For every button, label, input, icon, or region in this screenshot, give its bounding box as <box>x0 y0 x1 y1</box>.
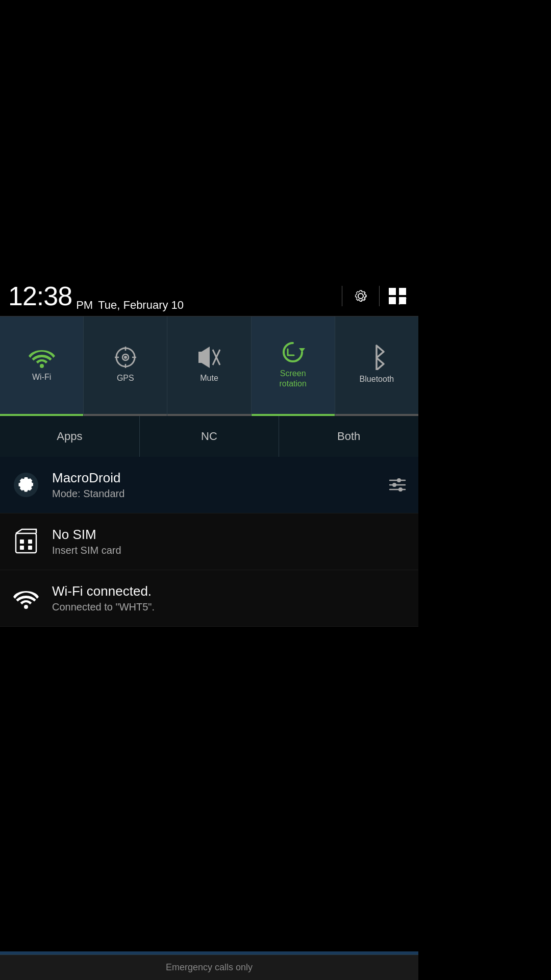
svg-point-19 <box>397 478 401 482</box>
wifi-icon <box>29 347 55 368</box>
qs-bar-wifi <box>0 414 83 416</box>
divider-2 <box>379 286 380 306</box>
notifications-list: MacroDroid Mode: Standard <box>0 457 418 627</box>
qs-tile-gps[interactable]: GPS <box>84 316 167 416</box>
qs-tile-mute[interactable]: Mute <box>167 316 251 416</box>
grid-icon <box>388 287 408 305</box>
time-display: 12:38 <box>8 283 72 309</box>
wifi-connected-content: Wi-Fi connected. Connected to "WHT5". <box>52 583 410 613</box>
svg-point-11 <box>124 356 127 359</box>
filter-tab-both[interactable]: Both <box>279 416 418 457</box>
wifi-connected-icon-wrap <box>8 580 44 616</box>
notification-no-sim[interactable]: No SIM Insert SIM card <box>0 513 418 570</box>
time-bar: 12:38 PM Tue, February 10 <box>0 276 418 316</box>
time-ampm: PM <box>76 299 93 316</box>
filter-tab-nc[interactable]: NC <box>140 416 280 457</box>
qs-label-screen-rotation: Screenrotation <box>280 369 307 388</box>
no-sim-title: No SIM <box>52 527 410 543</box>
settings-icon <box>352 287 370 305</box>
quick-settings-panel: Wi-Fi GPS Mute <box>0 316 418 416</box>
sliders-icon <box>388 475 407 495</box>
mute-icon <box>197 346 221 369</box>
notification-macrodroid[interactable]: MacroDroid Mode: Standard <box>0 457 418 513</box>
macrodroid-app-icon <box>13 472 39 498</box>
svg-rect-24 <box>28 540 32 544</box>
emergency-bar: Emergency calls only <box>0 954 418 980</box>
qs-tile-screen-rotation[interactable]: Screenrotation <box>252 316 335 416</box>
svg-rect-2 <box>389 297 396 304</box>
sim-icon-wrap <box>8 524 44 559</box>
top-black-area <box>0 0 418 276</box>
macrodroid-content: MacroDroid Mode: Standard <box>52 470 385 500</box>
qs-tile-bluetooth[interactable]: Bluetooth <box>335 316 418 416</box>
wifi-connected-icon <box>13 587 39 609</box>
wifi-connected-title: Wi-Fi connected. <box>52 583 410 599</box>
svg-point-20 <box>392 483 396 487</box>
qs-label-wifi: Wi-Fi <box>32 372 51 382</box>
svg-rect-23 <box>20 540 24 544</box>
qs-label-gps: GPS <box>117 373 134 383</box>
svg-rect-22 <box>16 533 36 553</box>
qs-tile-wifi[interactable]: Wi-Fi <box>0 316 84 416</box>
divider-1 <box>342 286 342 306</box>
quick-panel-button[interactable] <box>386 284 410 308</box>
notification-wifi-connected[interactable]: Wi-Fi connected. Connected to "WHT5". <box>0 570 418 627</box>
svg-rect-0 <box>389 288 396 295</box>
svg-point-21 <box>398 487 403 492</box>
filter-tabs: Apps NC Both <box>0 416 418 457</box>
qs-label-bluetooth: Bluetooth <box>360 374 394 384</box>
qs-label-mute: Mute <box>200 373 218 383</box>
macrodroid-title: MacroDroid <box>52 470 385 486</box>
time-date: Tue, February 10 <box>98 299 184 316</box>
macrodroid-action-button[interactable] <box>385 472 410 498</box>
sim-card-icon <box>14 528 38 555</box>
settings-button[interactable] <box>348 284 373 308</box>
no-sim-content: No SIM Insert SIM card <box>52 527 410 556</box>
rotation-icon <box>281 340 305 364</box>
qs-bar-screen-rotation <box>252 414 335 416</box>
svg-rect-25 <box>20 546 24 550</box>
time-icons <box>338 284 410 308</box>
wifi-connected-subtitle: Connected to "WHT5". <box>52 601 410 613</box>
qs-bar-bluetooth <box>335 414 418 416</box>
macrodroid-subtitle: Mode: Standard <box>52 488 385 500</box>
qs-bar-gps <box>84 414 167 416</box>
svg-rect-26 <box>28 546 32 550</box>
macrodroid-icon-wrap <box>8 467 44 503</box>
no-sim-subtitle: Insert SIM card <box>52 545 410 556</box>
svg-rect-1 <box>399 288 406 295</box>
emergency-text: Emergency calls only <box>166 962 253 973</box>
gps-icon <box>114 346 137 369</box>
filter-tab-apps[interactable]: Apps <box>0 416 140 457</box>
bluetooth-icon <box>367 345 386 370</box>
qs-bar-mute <box>167 414 251 416</box>
